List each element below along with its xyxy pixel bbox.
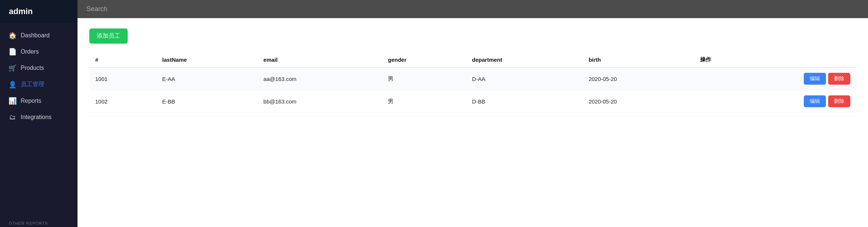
cell-email: aa@163.com bbox=[258, 67, 382, 90]
edit-button[interactable]: 编辑 bbox=[804, 73, 826, 85]
delete-button[interactable]: 删除 bbox=[828, 95, 850, 107]
cell-actions: 编辑删除 bbox=[694, 67, 856, 90]
search-input[interactable] bbox=[86, 5, 859, 13]
cell-lastName: E-BB bbox=[156, 90, 258, 113]
cell-department: D-AA bbox=[466, 67, 583, 90]
cell-lastName: E-AA bbox=[156, 67, 258, 90]
cell-email: bb@163.com bbox=[258, 90, 382, 113]
cell-birth: 2020-05-20 bbox=[583, 67, 694, 90]
cell-birth: 2020-05-20 bbox=[583, 90, 694, 113]
col-header-gender: gender bbox=[382, 52, 466, 67]
table-body: 1001E-AAaa@163.com男D-AA2020-05-20编辑删除100… bbox=[89, 67, 856, 113]
col-header-操作: 操作 bbox=[694, 52, 856, 67]
reports-icon: 📊 bbox=[9, 97, 16, 105]
edit-button[interactable]: 编辑 bbox=[804, 95, 826, 107]
table-row: 1002E-BBbb@163.com男D-BB2020-05-20编辑删除 bbox=[89, 90, 856, 113]
cell-actions: 编辑删除 bbox=[694, 90, 856, 113]
sidebar-item-dashboard[interactable]: 🏠 Dashboard bbox=[0, 27, 78, 44]
integrations-icon: 🗂 bbox=[9, 114, 16, 121]
products-icon: 🛒 bbox=[9, 64, 16, 72]
sidebar-item-label-orders: Orders bbox=[21, 48, 39, 55]
table-row: 1001E-AAaa@163.com男D-AA2020-05-20编辑删除 bbox=[89, 67, 856, 90]
col-header-lastName: lastName bbox=[156, 52, 258, 67]
cell-gender: 男 bbox=[382, 67, 466, 90]
sidebar-item-products[interactable]: 🛒 Products bbox=[0, 60, 78, 76]
main-content: 添加员工 #lastNameemailgenderdepartmentbirth… bbox=[78, 0, 868, 227]
sidebar-item-reports[interactable]: 📊 Reports bbox=[0, 93, 78, 109]
sidebar-item-label-products: Products bbox=[21, 65, 44, 71]
sidebar: admin 🏠 Dashboard 📄 Orders 🛒 Products 👤 … bbox=[0, 0, 78, 227]
cell-id: 1001 bbox=[89, 67, 156, 90]
sidebar-item-label-employees: 员工管理 bbox=[21, 81, 44, 88]
table-header-row: #lastNameemailgenderdepartmentbirth操作 bbox=[89, 52, 856, 67]
col-header-birth: birth bbox=[583, 52, 694, 67]
sidebar-item-employees[interactable]: 👤 员工管理 bbox=[0, 76, 78, 93]
sidebar-item-label-reports: Reports bbox=[21, 98, 41, 104]
sidebar-nav: 🏠 Dashboard 📄 Orders 🛒 Products 👤 员工管理 📊… bbox=[0, 23, 78, 217]
sidebar-section-label: OTHER REPORTS bbox=[0, 217, 78, 227]
sidebar-item-integrations[interactable]: 🗂 Integrations bbox=[0, 109, 78, 125]
col-header-#: # bbox=[89, 52, 156, 67]
orders-icon: 📄 bbox=[9, 48, 16, 55]
employees-table: #lastNameemailgenderdepartmentbirth操作 10… bbox=[89, 52, 856, 113]
sidebar-item-orders[interactable]: 📄 Orders bbox=[0, 44, 78, 60]
sidebar-item-label-dashboard: Dashboard bbox=[21, 32, 49, 39]
cell-gender: 男 bbox=[382, 90, 466, 113]
add-employee-button[interactable]: 添加员工 bbox=[89, 28, 128, 44]
table-header: #lastNameemailgenderdepartmentbirth操作 bbox=[89, 52, 856, 67]
cell-department: D-BB bbox=[466, 90, 583, 113]
content-area: 添加员工 #lastNameemailgenderdepartmentbirth… bbox=[78, 18, 868, 227]
sidebar-item-label-integrations: Integrations bbox=[21, 114, 52, 121]
search-bar bbox=[78, 0, 868, 18]
sidebar-logo: admin bbox=[0, 0, 78, 23]
col-header-email: email bbox=[258, 52, 382, 67]
cell-id: 1002 bbox=[89, 90, 156, 113]
employees-icon: 👤 bbox=[9, 81, 16, 88]
dashboard-icon: 🏠 bbox=[9, 32, 16, 39]
delete-button[interactable]: 删除 bbox=[828, 73, 850, 85]
col-header-department: department bbox=[466, 52, 583, 67]
